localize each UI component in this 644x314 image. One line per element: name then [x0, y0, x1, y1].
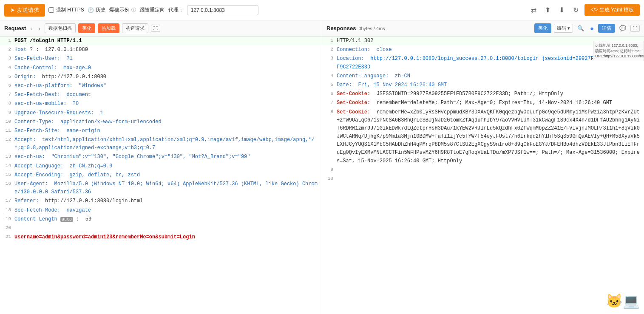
- request-nav-prev[interactable]: ‹: [28, 24, 34, 33]
- proxy-label: 代理：: [168, 6, 184, 14]
- tab-packet-scan[interactable]: 数据包扫描: [45, 23, 76, 33]
- response-expand-button[interactable]: ⛶: [630, 25, 640, 32]
- examples-info-icon: ⓘ: [131, 7, 136, 13]
- download-button[interactable]: ⬇: [556, 4, 567, 16]
- chrome-icon-button[interactable]: ●: [588, 24, 596, 33]
- line-number: 20: [0, 224, 13, 233]
- table-row: 21username=admin&password=admin123&remem…: [0, 233, 322, 242]
- upload-button[interactable]: ⬆: [542, 4, 553, 16]
- table-row: 5Origin: http://127.0.0.1:8080: [0, 73, 322, 82]
- tab-hot-load[interactable]: 热加载: [98, 23, 119, 33]
- table-row: 8Set-Cookie: rememberMe=xZb0lyRsSHvcppmu…: [322, 108, 644, 166]
- line-number: 7: [0, 91, 13, 99]
- line-content: [335, 166, 644, 175]
- table-row: 8sec-ch-ua-mobile: ?0: [0, 99, 322, 108]
- response-panel: Responses 0bytes / 4ms 美化 编码 ▾ 🔍 ● 详情 💬 …: [322, 20, 644, 314]
- line-number: 10: [322, 175, 335, 184]
- line-number: 15: [0, 171, 13, 180]
- line-span: ? : 127.0.0.1:8080: [30, 47, 88, 53]
- generate-yaml-button[interactable]: </> 生成 Yaml 模板: [584, 4, 640, 16]
- tab-resp-beautify[interactable]: 美化: [534, 23, 551, 33]
- line-span: HTTP/1.1 302: [337, 38, 373, 44]
- request-nav-next[interactable]: ›: [37, 24, 42, 33]
- table-row: 20: [0, 224, 322, 233]
- line-number: 16: [0, 180, 13, 197]
- https-label: 强制 HTTPS: [56, 6, 84, 14]
- line-content: Sec-Fetch-Site: same-origin: [13, 127, 322, 136]
- redirect-button[interactable]: 跟随重定向: [139, 6, 165, 14]
- line-number: 21: [0, 233, 13, 242]
- examples-label: 爆破示例: [109, 6, 130, 14]
- line-content: Accept-Encoding: gzip, deflate, br, zstd: [13, 171, 322, 180]
- send-arrow-icon: ➤: [10, 7, 15, 13]
- line-number: 17: [0, 197, 13, 206]
- response-stat: 0bytes / 4ms: [358, 26, 385, 31]
- response-code-area[interactable]: 1HTTP/1.1 3022Connection: close3Location…: [322, 37, 644, 314]
- proxy-input[interactable]: [187, 5, 258, 15]
- line-number: 9: [322, 166, 335, 175]
- line-span: Connection: close: [337, 47, 392, 53]
- search-icon-button[interactable]: 🔍: [576, 24, 586, 32]
- line-number: 1: [322, 37, 335, 45]
- https-checkbox[interactable]: [48, 7, 54, 13]
- table-row: 9Upgrade-Insecure-Requests: 1: [0, 109, 322, 118]
- refresh-button[interactable]: ↻: [570, 4, 581, 16]
- share-button[interactable]: ⇄: [528, 4, 539, 16]
- comment-icon: 💬: [619, 25, 626, 31]
- chevron-down-icon: ▾: [567, 25, 570, 31]
- table-row: 16User-Agent: Mozilla/5.0 (Windows NT 10…: [0, 180, 322, 197]
- request-code-area[interactable]: 1POST /toLogin HTTP/1.12Host ? : 127.0.0…: [0, 37, 322, 314]
- examples-button[interactable]: 爆破示例 ⓘ: [109, 6, 136, 14]
- request-code-table: 1POST /toLogin HTTP/1.12Host ? : 127.0.0…: [0, 37, 322, 242]
- line-content: Host ? : 127.0.0.1:8080: [13, 45, 322, 54]
- line-content: sec-ch-ua-platform: "Windows": [13, 82, 322, 91]
- line-content: sec-ch-ua: "Chromium";v="130", "Google C…: [13, 153, 322, 161]
- line-number: 12: [0, 136, 13, 153]
- line-number: 1: [0, 37, 13, 45]
- request-expand-button[interactable]: ⛶: [151, 25, 160, 32]
- response-preview-thumb: 远端地址:127.0.0.1:8083; 确应时间4ms; 总耗时:5ms; U…: [593, 41, 644, 61]
- line-number: 6: [0, 82, 13, 91]
- table-row: 6sec-ch-ua-platform: "Windows": [0, 82, 322, 91]
- table-row: 17Referer: http://127.0.0.1:8080/login.h…: [0, 197, 322, 206]
- table-row: 5Date: Fri, 15 Nov 2024 16:26:40 GMT: [322, 81, 644, 90]
- line-span: http://127.0.0.1:8080: [42, 74, 106, 80]
- comment-icon-button[interactable]: 💬: [618, 24, 628, 32]
- line-span: Upgrade-Insecure-Requests: 1: [14, 110, 103, 116]
- line-content: Referer: http://127.0.0.1:8080/login.htm…: [13, 197, 322, 206]
- line-span: Sec-Fetch-Site: same-origin: [14, 128, 100, 134]
- send-button[interactable]: ➤ 发送请求: [4, 4, 45, 17]
- line-content: Cache-Control: max-age=0: [13, 64, 322, 73]
- table-row: 3Sec-Fetch-User: ?1: [0, 54, 322, 63]
- line-content: Accept-Language: zh-CN,zh;q=0.9: [13, 162, 322, 171]
- table-row: 15Accept-Encoding: gzip, deflate, br, zs…: [0, 171, 322, 180]
- encode-dropdown[interactable]: 编码 ▾: [554, 24, 573, 33]
- line-span: Set-Cookie:: [337, 91, 377, 97]
- line-span: sec-ch-ua-mobile: ?0: [14, 101, 79, 107]
- line-span: Sec-Fetch-Dest: document: [14, 92, 91, 98]
- line-span: Sec-Fetch-Mode: navigate: [14, 207, 91, 213]
- line-span: rememberMe=deleteMe; Path=/; Max-Age=0; …: [377, 100, 613, 106]
- preview-text: 远端地址:127.0.0.1:8083; 确应时间4ms; 总耗时:5ms; U…: [595, 43, 642, 59]
- history-button[interactable]: 🕐 历史: [88, 6, 106, 14]
- response-panel-title: Responses: [326, 25, 356, 31]
- line-number: 8: [322, 108, 335, 166]
- line-content: sec-ch-ua-mobile: ?0: [13, 99, 322, 108]
- tab-detail[interactable]: 详情: [598, 24, 615, 33]
- refresh-icon: ↻: [573, 6, 579, 14]
- send-label: 发送请求: [17, 6, 39, 14]
- tab-beautify[interactable]: 美化: [78, 23, 95, 33]
- line-number: 10: [0, 118, 13, 127]
- https-toggle[interactable]: 强制 HTTPS: [48, 6, 84, 14]
- line-number: 4: [322, 72, 335, 81]
- line-span: Location:: [337, 56, 370, 62]
- table-row: 6Set-Cookie: JSESSIONID=29927FA09255FF1F…: [322, 90, 644, 99]
- search-icon: 🔍: [577, 25, 584, 31]
- line-content: [335, 175, 644, 184]
- line-span: Accept: text/html,application/xhtml+xml,…: [14, 137, 315, 151]
- line-content: Sec-Fetch-Dest: document: [13, 91, 322, 99]
- history-clock-icon: 🕐: [88, 7, 94, 13]
- table-row: 10: [322, 175, 644, 184]
- tab-construct[interactable]: 构造请求: [122, 23, 148, 33]
- line-content: Origin: http://127.0.0.1:8080: [13, 73, 322, 82]
